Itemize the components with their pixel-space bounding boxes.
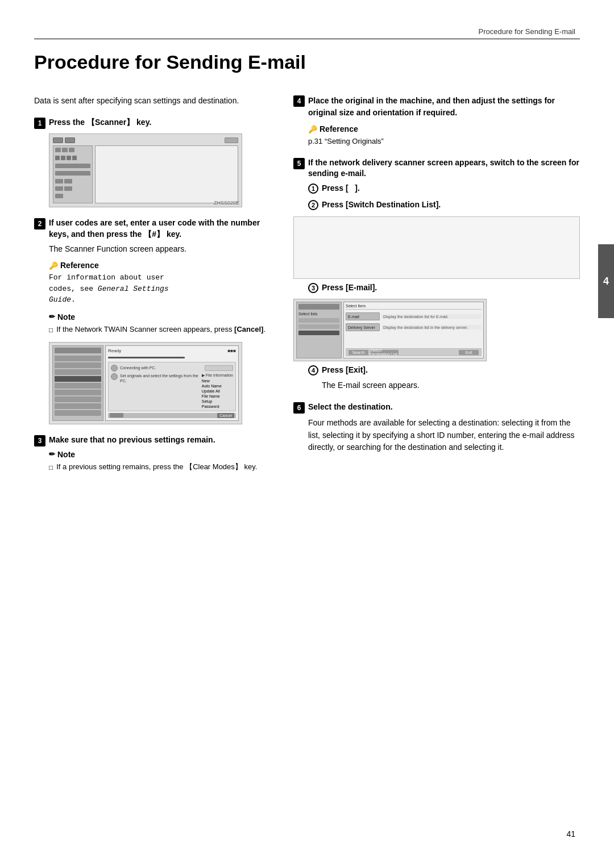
- step2-reference-label: Reference: [60, 261, 99, 270]
- net-left-panel: [52, 345, 103, 421]
- scanner-top-bar: [53, 137, 238, 143]
- network-image-inner: Ready ■■■ Connecting with PC.: [49, 343, 242, 424]
- sub-step2-block: 2 Press [Switch Destination List].: [308, 199, 580, 211]
- sub-step2-text: Press [Switch Destination List].: [322, 199, 441, 211]
- sub-step1-block: 1 Press [ ].: [308, 183, 580, 194]
- step2-note-header: ✏ Note: [49, 312, 273, 322]
- sub-step1-num: 1: [308, 183, 318, 194]
- del-main-panel: Select Item E-mail Display the destinati…: [343, 302, 484, 358]
- intro-text: Data is sent after specifying scan setti…: [34, 95, 273, 107]
- step5-num: 5: [293, 158, 305, 169]
- step2-note-item: □ If the Network TWAIN Scanner screen ap…: [49, 324, 273, 335]
- step6-block: 6 Select the destination. Four methods a…: [293, 402, 580, 454]
- step1-text: Press the 【Scanner】 key.: [49, 117, 151, 128]
- scanner-main-area: [53, 145, 238, 203]
- scanner-left-panel: [53, 145, 93, 203]
- step4-reference-block: 🔑 Reference p.31 “Setting Originals”: [308, 124, 580, 147]
- sub-step2-num: 2: [308, 200, 318, 210]
- step2-block: 2 If user codes are set, enter a user co…: [34, 218, 273, 424]
- header-title: Procedure for Sending E-mail: [478, 27, 575, 36]
- step2-note-label: Note: [57, 312, 75, 322]
- net-bottom-bar: Cancel: [108, 413, 236, 418]
- sub-step4-num: 4: [308, 365, 318, 375]
- step3-note-label: Note: [57, 450, 75, 459]
- chapter-tab: 4: [598, 244, 614, 318]
- scanner-right-panel: [95, 145, 238, 203]
- delivery-screen-image: Select lists Select Item E-mail Display …: [293, 299, 487, 361]
- step2-reference-text: For information about user codes, see Ge…: [49, 272, 273, 306]
- sub-step3-num: 3: [308, 283, 318, 293]
- delivery-image-inner: Select lists Select Item E-mail Display …: [294, 299, 486, 361]
- scanner-screen-image: ZHSS020E: [49, 133, 242, 207]
- step3-block: 3 Make sure that no previous settings re…: [34, 435, 273, 473]
- step3-header: 3 Make sure that no previous settings re…: [34, 435, 273, 446]
- step2-sub-text: The Scanner Function screen appears.: [49, 243, 273, 255]
- step2-num: 2: [34, 218, 45, 229]
- sub-step3-item: 3 Press [E-mail].: [308, 282, 580, 294]
- step4-reference-header: 🔑 Reference: [308, 124, 580, 133]
- sub-step3-text: Press [E-mail].: [322, 282, 377, 294]
- right-column: 4 Place the original in the machine, and…: [293, 95, 580, 483]
- step3-text: Make sure that no previous settings rema…: [49, 435, 215, 446]
- step3-num: 3: [34, 435, 45, 446]
- step6-text: Select the destination.: [308, 402, 393, 413]
- del-row-delivery: Delivery Server Display the destination …: [346, 323, 482, 331]
- step3-note-item: □ If a previous setting remains, press t…: [49, 461, 273, 473]
- step5-text: If the network delivery scanner screen a…: [308, 157, 580, 180]
- step2-note-text: If the Network TWAIN Scanner screen appe…: [56, 324, 265, 335]
- step1-header: 1 Press the 【Scanner】 key.: [34, 117, 273, 129]
- step2-note-block: ✏ Note □ If the Network TWAIN Scanner sc…: [49, 312, 273, 335]
- step5-header: 5 If the network delivery scanner screen…: [293, 157, 580, 180]
- step2-sub: The Scanner Function screen appears.: [49, 243, 273, 255]
- step4-header: 4 Place the original in the machine, and…: [293, 95, 580, 119]
- key-icon-2: 🔑: [308, 125, 317, 133]
- checkbox-sym-2: □: [49, 462, 53, 473]
- step5-block: 5 If the network delivery scanner screen…: [293, 157, 580, 392]
- sub-step2-item: 2 Press [Switch Destination List].: [308, 199, 580, 211]
- step2-reference-header: 🔑 Reference: [49, 261, 273, 270]
- step4-num: 4: [293, 95, 305, 107]
- sub-step3-block: 3 Press [E-mail].: [308, 282, 580, 294]
- key-icon-1: 🔑: [49, 261, 58, 270]
- page-title: Procedure for Sending E-mail: [34, 51, 580, 78]
- step3-note-block: ✏ Note □ If a previous setting remains, …: [49, 450, 273, 473]
- step4-reference-text: p.31 “Setting Originals”: [308, 136, 580, 147]
- step1-block: 1 Press the 【Scanner】 key.: [34, 117, 273, 207]
- step4-text: Place the original in the machine, and t…: [308, 95, 580, 119]
- left-column: Data is sent after specifying scan setti…: [34, 95, 273, 483]
- step2-reference-block: 🔑 Reference For information about user c…: [49, 261, 273, 306]
- scanner-image-inner: [49, 134, 242, 207]
- two-column-layout: Data is sent after specifying scan setti…: [34, 95, 580, 483]
- sub-step1-text: Press [ ].: [322, 183, 360, 194]
- step5-screen-image: [293, 216, 580, 279]
- scanner-caption: ZHSS020E: [214, 200, 239, 206]
- step3-note-header: ✏ Note: [49, 450, 273, 459]
- page-number: 41: [566, 829, 575, 838]
- step6-header: 6 Select the destination.: [293, 402, 580, 414]
- top-rule: [34, 39, 580, 39]
- network-scanner-image: Ready ■■■ Connecting with PC.: [49, 342, 242, 424]
- del-row-email: E-mail Display the destination list for …: [346, 312, 482, 320]
- step4-reference-label: Reference: [320, 124, 358, 133]
- pencil-icon-1: ✏: [49, 312, 55, 321]
- step4-block: 4 Place the original in the machine, and…: [293, 95, 580, 147]
- sub-step4-text: Press [Exit].: [322, 365, 368, 376]
- sub-step4-detail: The E-mail screen appears.: [322, 379, 580, 391]
- sub-step1-item: 1 Press [ ].: [308, 183, 580, 194]
- step2-text: If user codes are set, enter a user code…: [49, 218, 273, 240]
- page-container: Procedure for Sending E-mail 4 41 Proced…: [0, 0, 614, 868]
- step6-detail-text: Four methods are available for selecting…: [308, 417, 580, 454]
- main-content: Procedure for Sending E-mail Data is sen…: [34, 51, 580, 823]
- del-bottom-bar: Search Switch Destination List Exit: [346, 348, 482, 356]
- pencil-icon-2: ✏: [49, 450, 55, 458]
- net-main-panel: Ready ■■■ Connecting with PC.: [105, 345, 239, 421]
- step6-num: 6: [293, 402, 305, 414]
- del-left-panel: Select lists: [296, 302, 342, 358]
- step1-num: 1: [34, 118, 45, 129]
- checkbox-sym-1: □: [49, 325, 53, 335]
- chapter-tab-number: 4: [603, 276, 609, 287]
- sub-step4-block: 4 Press [Exit]. The E-mail screen appear…: [308, 365, 580, 391]
- step6-detail-block: Four methods are available for selecting…: [308, 417, 580, 454]
- sub-step4-item: 4 Press [Exit].: [308, 365, 580, 376]
- step3-note-text: If a previous setting remains, press the…: [56, 461, 257, 473]
